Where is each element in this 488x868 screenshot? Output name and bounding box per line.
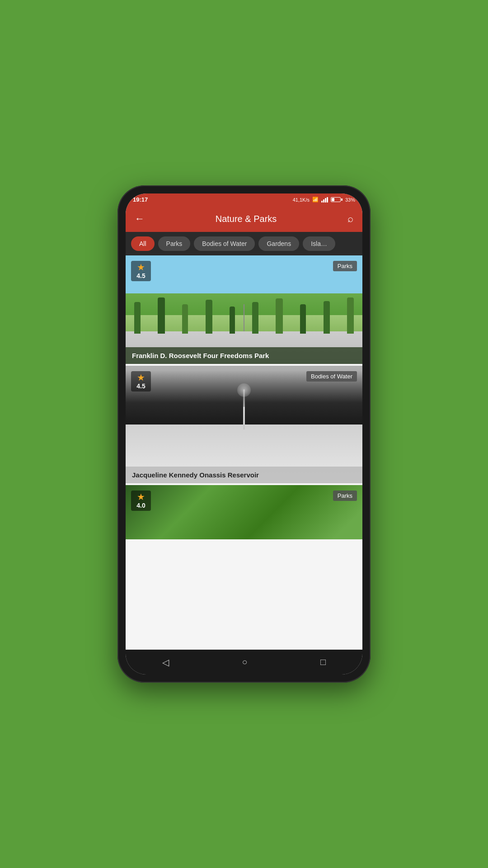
rating-value-2: 4.5 [136,382,145,390]
star-icon-1: ★ [137,263,145,272]
search-button[interactable]: ⌕ [346,211,355,226]
status-icons: 41,1K/s 📶 33% [293,197,355,203]
phone-frame: 19:17 41,1K/s 📶 [117,185,371,683]
category-badge-1: Parks [333,261,357,271]
star-icon-3: ★ [137,492,145,501]
status-bar: 19:17 41,1K/s 📶 [126,193,362,206]
chip-islands[interactable]: Isla… [303,236,335,251]
rating-badge-3: ★ 4.0 [131,491,151,511]
screen-content: 19:17 41,1K/s 📶 [126,193,362,675]
rating-badge-1: ★ 4.5 [131,261,151,281]
category-badge-3: Parks [333,491,357,501]
battery-pct: 33% [345,197,355,203]
star-icon-2: ★ [137,373,145,382]
back-button[interactable]: ← [133,211,146,226]
chip-parks[interactable]: Parks [158,236,191,251]
status-time: 19:17 [133,196,148,203]
place-card-2[interactable]: ★ 4.5 Bodies of Water Jacqueline Kennedy… [126,366,362,483]
place-image-3 [126,485,362,539]
app-bar: ← Nature & Parks ⌕ [126,206,362,232]
places-list: ★ 4.5 Parks Franklin D. Roosevelt Four F… [126,255,362,650]
card-title-1: Franklin D. Roosevelt Four Freedoms Park [132,352,356,359]
rating-value-3: 4.0 [136,502,145,509]
phone-screen: 19:17 41,1K/s 📶 [126,193,362,675]
rating-value-1: 4.5 [136,272,145,279]
place-card-1[interactable]: ★ 4.5 Parks Franklin D. Roosevelt Four F… [126,255,362,364]
card-title-overlay-1: Franklin D. Roosevelt Four Freedoms Park [126,347,362,364]
nav-recent-button[interactable]: □ [310,653,337,671]
nav-back-button[interactable]: ◁ [151,653,180,671]
nav-home-button[interactable]: ○ [231,653,258,671]
battery-icon [331,197,343,202]
rating-badge-2: ★ 4.5 [131,371,151,392]
place-card-3[interactable]: ★ 4.0 Parks [126,485,362,539]
nav-bar: ◁ ○ □ [126,650,362,675]
card-title-2: Jacqueline Kennedy Onassis Reservoir [132,471,356,479]
chip-all[interactable]: All [131,236,155,251]
card-title-overlay-2: Jacqueline Kennedy Onassis Reservoir [126,467,362,483]
category-badge-2: Bodies of Water [306,371,357,382]
chip-gardens[interactable]: Gardens [258,236,299,251]
status-speed: 41,1K/s [293,197,310,203]
chip-bodies-of-water[interactable]: Bodies of Water [194,236,255,251]
place-image-2 [126,366,362,483]
signal-icon [321,197,328,203]
filter-bar: All Parks Bodies of Water Gardens Isla… [126,232,362,255]
page-title: Nature & Parks [154,214,338,224]
wifi-icon: 📶 [312,197,319,203]
